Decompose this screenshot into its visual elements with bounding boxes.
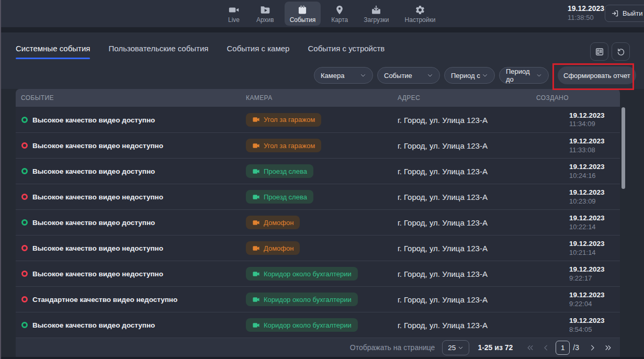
table-row[interactable]: Высокое качество видео доступно Коридор … [16,312,620,338]
first-page-button[interactable] [524,342,536,353]
created-date: 19.12.2023 [569,290,605,300]
camera-badge-label: Угол за гаражом [264,116,315,124]
topbar: Live Архив События Карта Загрузки [0,0,644,27]
camera-badge[interactable]: Коридор около бухгалтерии [246,293,358,306]
refresh-icon [616,47,626,57]
calendar-icon [297,5,308,15]
camera-badge-label: Домофон [264,219,293,227]
nav-label: Live [228,17,240,23]
address-cell: г. Город, ул. Улица 123-А [398,321,488,330]
column-header-event: СОБЫТИЕ [21,94,54,102]
chevrons-right-icon [604,344,612,352]
previous-page-button[interactable] [540,342,551,353]
camera-badge-label: Проезд слева [264,167,307,175]
scrollbar-thumb[interactable] [622,107,625,189]
tab-user-events[interactable]: Пользовательские события [108,44,208,56]
nav-label: События [290,17,316,23]
created-time: 10:22:14 [569,222,605,231]
created-cell: 19.12.2023 10:21:14 [569,239,605,257]
created-time: 10:24:16 [569,171,605,180]
generate-report-button[interactable]: Сформировать отчет [558,66,636,84]
camera-badge[interactable]: Проезд слева [246,164,313,178]
address-cell: г. Город, ул. Улица 123-А [398,193,488,201]
created-date: 19.12.2023 [569,188,605,197]
camera-badge[interactable]: Проезд слева [246,190,313,204]
created-time: 10:21:14 [569,248,605,257]
last-page-button[interactable] [602,342,614,353]
tab-camera-events[interactable]: События с камер [227,44,289,56]
event-cell: Высокое качество видео доступно [32,219,155,227]
tab-device-events[interactable]: События с устройств [308,44,385,56]
current-page-input[interactable]: 1 [556,341,570,355]
status-icon [21,271,28,277]
status-icon [21,296,28,302]
status-icon [21,245,28,251]
table-row[interactable]: Высокое качество видео недоступно Проезд… [16,184,620,209]
created-time: 11:34:09 [569,120,605,129]
camera-badge-label: Проезд слева [264,193,307,201]
report-journal-button[interactable] [590,42,608,61]
table-row[interactable]: Высокое качество видео доступно Домофон … [16,209,620,235]
next-page-button[interactable] [586,342,598,353]
camera-badge[interactable]: Коридор около бухгалтерии [246,267,358,281]
per-page-select[interactable]: 25 [442,340,469,355]
camera-icon [252,271,260,277]
current-date: 19.12.2023 [568,4,604,14]
camera-badge[interactable]: Домофон [246,241,300,255]
camera-badge-label: Коридор около бухгалтерии [264,270,352,278]
nav-item-map[interactable]: Карта [326,2,353,26]
event-filter-label: Событие [384,72,412,80]
journal-icon [595,47,604,57]
created-cell: 19.12.2023 10:22:14 [569,214,605,231]
refresh-button[interactable] [612,42,630,61]
nav-item-live[interactable]: Live [222,2,246,26]
camera-icon [252,143,260,149]
camera-icon [252,194,260,200]
camera-icon [252,220,260,226]
created-date: 19.12.2023 [569,239,605,249]
period-to-dropdown[interactable]: Период до [499,67,549,84]
table-row[interactable]: Высокое качество видео недоступно Домофо… [16,235,620,261]
camera-badge[interactable]: Угол за гаражом [246,139,321,152]
camera-badge[interactable]: Домофон [246,216,300,229]
created-cell: 19.12.2023 8:54:05 [569,316,605,334]
video-camera-icon [229,5,239,15]
column-header-camera: КАМЕРА [246,94,273,102]
nav-item-archive[interactable]: Архив [251,2,279,26]
address-cell: г. Город, ул. Улица 123-А [398,141,488,150]
camera-badge[interactable]: Угол за гаражом [246,113,321,127]
pagination-range: 1-25 из 72 [478,343,513,352]
created-cell: 19.12.2023 10:24:16 [569,162,605,180]
created-cell: 19.12.2023 9:22:17 [569,265,605,283]
table-row[interactable]: Высокое качество видео недоступно Угол з… [16,132,620,158]
camera-badge-label: Домофон [264,244,293,252]
nav-item-events[interactable]: События [285,2,321,26]
current-time: 11:38:50 [568,14,604,22]
logout-button[interactable]: Выйти [605,5,644,22]
camera-badge-label: Коридор около бухгалтерии [264,321,352,329]
created-cell: 19.12.2023 9:22:04 [569,290,605,308]
nav-item-uploads[interactable]: Загрузки [358,2,394,26]
event-cell: Высокое качество видео доступно [32,167,155,175]
camera-filter-dropdown[interactable]: Камера [314,67,373,84]
nav-label: Настройки [405,17,436,23]
created-date: 19.12.2023 [569,265,605,274]
table-header: СОБЫТИЕ КАМЕРА АДРЕС СОЗДАНО [16,89,620,107]
nav-item-settings[interactable]: Настройки [400,2,441,26]
address-cell: г. Город, ул. Улица 123-А [398,270,488,278]
event-filter-dropdown[interactable]: Событие [377,67,440,84]
table-row[interactable]: Высокое качество видео доступно Проезд с… [16,158,620,184]
camera-badge[interactable]: Коридор около бухгалтерии [246,318,358,332]
address-cell: г. Город, ул. Улица 123-А [398,244,488,253]
event-cell: Высокое качество видео недоступно [32,244,163,252]
tab-system-events[interactable]: Системные события [16,44,90,56]
table-row[interactable]: Высокое качество видео доступно Угол за … [16,107,620,132]
table-row[interactable]: Стандартное качество видео недоступно Ко… [16,286,620,312]
nav-label: Архив [256,17,274,23]
camera-icon [252,322,260,328]
table-row[interactable]: Высокое качество видео недоступно Коридо… [16,261,620,286]
pagination-bar: Отображать на странице 25 1-25 из 72 1 /… [16,338,620,357]
event-cell: Высокое качество видео доступно [32,321,155,329]
period-from-dropdown[interactable]: Период с [444,67,495,84]
created-time: 9:22:04 [569,299,605,308]
